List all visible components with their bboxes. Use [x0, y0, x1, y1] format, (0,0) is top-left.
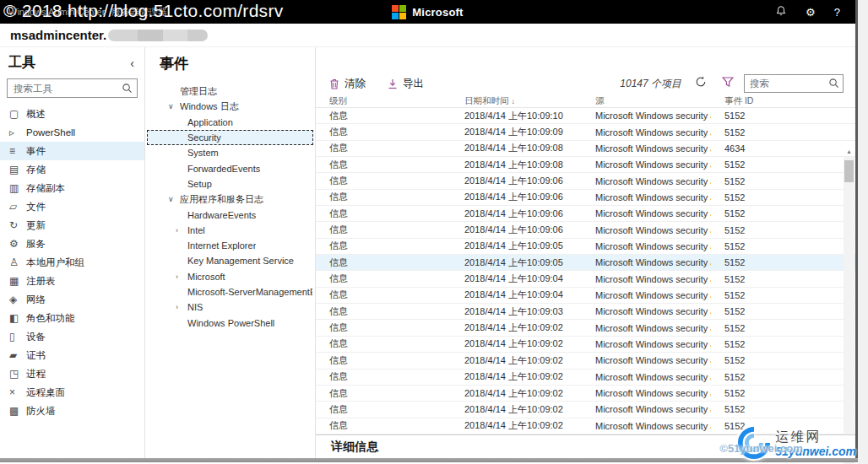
event-datetime: 2018/4/14 上午10:09:03 [451, 305, 582, 318]
sidebar-tool-item[interactable]: ▩ 防火墙 [0, 402, 144, 420]
event-row[interactable]: 信息 2018/4/14 上午10:09:04 Microsoft Window… [316, 271, 855, 287]
column-header-source[interactable]: 源 [582, 95, 711, 107]
event-row[interactable]: 信息 2018/4/14 上午10:09:05 Microsoft Window… [316, 255, 855, 271]
column-header-event-id[interactable]: 事件 ID [711, 95, 842, 107]
tree-item-label: Security [187, 132, 221, 143]
event-level: 信息 [316, 126, 451, 138]
tree-item[interactable]: Internet Explorer [147, 238, 313, 253]
updates-icon: ↻ [9, 220, 26, 230]
tools-search-input[interactable] [7, 78, 138, 98]
event-datetime: 2018/4/14 上午10:09:06 [451, 175, 582, 187]
tree-chevron-icon[interactable]: ∨ [168, 102, 180, 111]
tree-chevron-icon[interactable]: ∨ [168, 195, 180, 203]
scrollbar-thumb[interactable] [844, 160, 854, 182]
brand-wordmark: Microsoft [412, 6, 463, 19]
tree-chevron-icon[interactable]: › [176, 226, 187, 235]
tree-item[interactable]: Microsoft-ServerManagementExperience [147, 284, 313, 299]
sidebar-tool-item[interactable]: ▯ 设备 [0, 327, 144, 346]
tree-item[interactable]: › Intel [147, 223, 313, 238]
event-row[interactable]: 信息 2018/4/14 上午10:09:02 Microsoft Window… [316, 402, 855, 418]
tree-chevron-icon[interactable]: › [176, 303, 187, 311]
tree-item[interactable]: System [147, 145, 313, 160]
event-row[interactable]: 信息 2018/4/14 上午10:09:02 Microsoft Window… [316, 418, 855, 434]
column-header-level[interactable]: 级别 [316, 95, 451, 107]
sidebar-tool-label: 服务 [26, 238, 46, 251]
app-subtitle: 服务器管理器 [111, 6, 167, 19]
sidebar-tool-item[interactable]: ♙ 本地用户和组 [0, 253, 144, 272]
event-row[interactable]: 信息 2018/4/14 上午10:09:03 Microsoft Window… [316, 304, 855, 320]
help-icon[interactable]: ? [834, 7, 840, 18]
event-source: Microsoft Windows security auditing. [582, 159, 711, 170]
sidebar-tool-item[interactable]: ◧ 角色和功能 [0, 309, 144, 327]
event-row[interactable]: 信息 2018/4/14 上午10:09:09 Microsoft Window… [316, 124, 855, 140]
tree-item-label: Application [187, 117, 233, 127]
event-row[interactable]: 信息 2018/4/14 上午10:09:02 Microsoft Window… [316, 337, 855, 353]
server-name: msadmincenter. [10, 28, 106, 42]
sidebar-tool-item[interactable]: ⚙ 服务 [0, 235, 144, 253]
sidebar-tool-item[interactable]: ▢ 概述 [0, 105, 144, 123]
settings-gear-icon[interactable]: ⚙ [806, 7, 816, 18]
event-source: Microsoft Windows security auditing. [582, 290, 711, 300]
event-row[interactable]: 信息 2018/4/14 上午10:09:02 Microsoft Window… [316, 320, 855, 336]
windows-admin-center-screen: Windows Admin Center 服务器管理器 Microsoft ⚙ … [0, 0, 868, 464]
sidebar-tool-item[interactable]: ◳ 进程 [0, 364, 144, 383]
notifications-bell-icon[interactable] [775, 5, 787, 19]
app-title: Windows Admin Center [8, 7, 105, 17]
tree-item[interactable]: Windows PowerShell [147, 315, 313, 330]
tree-item[interactable]: Key Management Service [147, 253, 313, 268]
event-row[interactable]: 信息 2018/4/14 上午10:09:05 Microsoft Window… [316, 239, 855, 255]
firewall-icon: ▩ [9, 406, 26, 416]
event-row[interactable]: 信息 2018/4/14 上午10:09:06 Microsoft Window… [316, 222, 855, 238]
tree-item[interactable]: Setup [147, 176, 313, 192]
event-row[interactable]: 信息 2018/4/14 上午10:09:02 Microsoft Window… [316, 353, 855, 369]
column-header-datetime[interactable]: 日期和时间 ↓ [451, 95, 582, 107]
storage-icon: ▤ [9, 165, 26, 175]
export-button[interactable]: 导出 [388, 77, 424, 91]
event-row[interactable]: 信息 2018/4/14 上午10:09:08 Microsoft Window… [316, 157, 855, 173]
tree-chevron-icon[interactable]: › [176, 272, 187, 281]
item-count: 10147 个项目 [620, 77, 681, 91]
scroll-up-icon[interactable]: ▴ [844, 147, 854, 157]
event-row[interactable]: 信息 2018/4/14 上午10:09:02 Microsoft Window… [316, 370, 855, 386]
sidebar-tool-item[interactable]: ≡ 事件 [0, 142, 144, 160]
files-icon: ▱ [9, 202, 26, 212]
sidebar-tool-item[interactable]: ▥ 存储副本 [0, 179, 144, 197]
tree-item[interactable]: Security [147, 130, 313, 145]
sidebar-tool-item[interactable]: ▤ 存储 [0, 160, 144, 179]
event-level: 信息 [316, 387, 451, 400]
tree-item[interactable]: › NIS [147, 299, 313, 315]
event-row[interactable]: 信息 2018/4/14 上午10:09:06 Microsoft Window… [316, 206, 855, 222]
clear-button[interactable]: 清除 [329, 77, 366, 91]
event-row[interactable]: 信息 2018/4/14 上午10:09:02 Microsoft Window… [316, 386, 855, 402]
sidebar-tool-item[interactable]: ▰ 证书 [0, 346, 144, 364]
tree-item[interactable]: › Microsoft [147, 269, 313, 284]
sidebar-tool-item[interactable]: ▹ PowerShell [0, 123, 144, 142]
refresh-icon[interactable] [695, 76, 707, 91]
filter-icon[interactable] [722, 76, 734, 91]
tree-item[interactable]: ForwardedEvents [147, 160, 313, 175]
sidebar-tool-item[interactable]: ◈ 网络 [0, 290, 144, 309]
event-row[interactable]: 信息 2018/4/14 上午10:09:06 Microsoft Window… [316, 173, 855, 189]
event-level: 信息 [316, 337, 451, 350]
event-row[interactable]: 信息 2018/4/14 上午10:09:10 Microsoft Window… [316, 108, 855, 124]
sidebar-tool-item[interactable]: ▱ 文件 [0, 197, 144, 216]
remote-desktop-icon: × [9, 387, 26, 397]
event-row[interactable]: 信息 2018/4/14 上午10:09:04 Microsoft Window… [316, 288, 855, 304]
event-row[interactable]: 信息 2018/4/14 上午10:09:08 Microsoft Window… [316, 141, 855, 157]
sidebar-tool-item[interactable]: ↻ 更新 [0, 216, 144, 235]
page-scrollbar-gutter[interactable] [858, 0, 868, 464]
tools-sidebar: 工具 ‹ ▢ 概述 ▹ [0, 47, 145, 458]
tree-item[interactable]: HardwareEvents [147, 207, 313, 222]
event-row[interactable]: 信息 2018/4/14 上午10:09:06 Microsoft Window… [316, 190, 855, 206]
trash-icon [329, 78, 339, 89]
tree-item[interactable]: Application [147, 115, 313, 130]
details-panel-header[interactable]: 详细信息 [316, 434, 855, 458]
sidebar-tool-item[interactable]: × 远程桌面 [0, 383, 144, 402]
tree-item[interactable]: ∨ 应用程序和服务日志 [147, 192, 313, 207]
sidebar-tool-item[interactable]: ▦ 注册表 [0, 272, 144, 290]
table-scrollbar[interactable]: ▴ ▾ [844, 157, 854, 464]
sidebar-collapse-icon[interactable]: ‹ [130, 57, 134, 70]
event-source: Microsoft Windows security auditing. [582, 323, 711, 333]
tree-item[interactable]: ∨ Windows 日志 [147, 99, 313, 114]
tree-item[interactable]: 管理日志 [147, 84, 313, 99]
